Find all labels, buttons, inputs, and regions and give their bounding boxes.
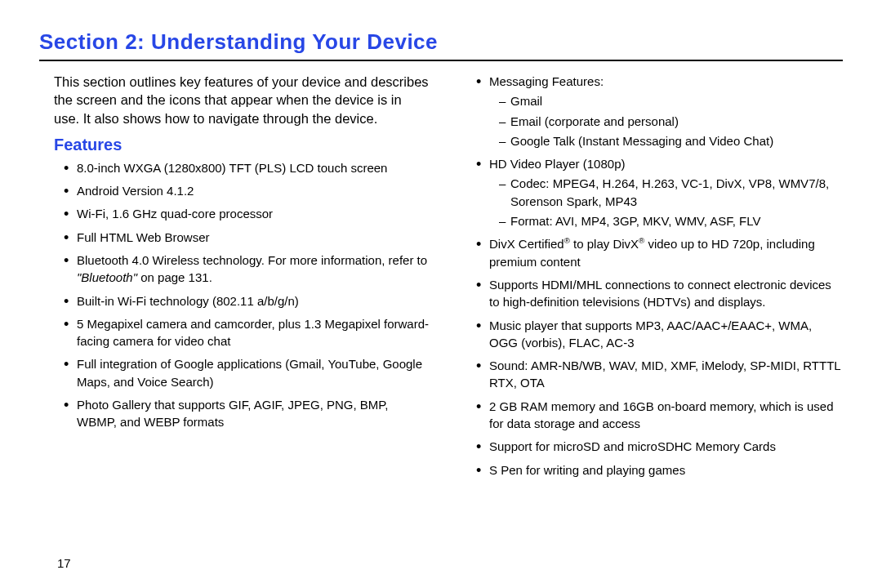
sub-item: Gmail [499,92,843,109]
feature-item: Support for microSD and microSDHC Memory… [479,438,843,455]
sub-item: Email (corporate and personal) [499,113,843,130]
features-list-left: 8.0-inch WXGA (1280x800) TFT (PLS) LCD t… [39,159,430,431]
feature-item: Bluetooth 4.0 Wireless technology. For m… [67,252,430,287]
messaging-head: Messaging Features: [489,74,604,88]
hd-head: HD Video Player (1080p) [489,157,625,171]
feature-item: Full integration of Google applications … [67,355,430,390]
feature-item: 8.0-inch WXGA (1280x800) TFT (PLS) LCD t… [67,159,430,176]
bluetooth-ref: "Bluetooth" [77,270,137,284]
page-number: 17 [57,556,71,570]
intro-text: This section outlines key features of yo… [39,73,430,127]
features-heading: Features [39,136,430,154]
text: DivX Certified [489,237,564,251]
feature-item: Built-in Wi-Fi technology (802.11 a/b/g/… [67,292,430,310]
feature-item: Music player that supports MP3, AAC/AAC+… [479,317,843,352]
text: on page 131. [137,270,212,284]
content-columns: This section outlines key features of yo… [39,73,843,484]
reg-mark: ® [564,236,570,245]
feature-item: Supports HDMI/MHL connections to connect… [479,276,843,311]
feature-item: DivX Certified® to play DivX® video up t… [479,235,843,270]
feature-item: Messaging Features: Gmail Email (corpora… [479,73,843,149]
left-column: This section outlines key features of yo… [39,73,430,484]
feature-item: 2 GB RAM memory and 16GB on-board memory… [479,398,843,433]
text: Bluetooth 4.0 Wireless technology. For m… [77,253,427,267]
feature-item: 5 Megapixel camera and camcorder, plus 1… [67,315,430,350]
hd-sublist: Codec: MPEG4, H.264, H.263, VC-1, DivX, … [489,175,843,229]
feature-item: S Pen for writing and playing games [479,461,843,479]
messaging-sublist: Gmail Email (corporate and personal) Goo… [489,92,843,149]
feature-item: Photo Gallery that supports GIF, AGIF, J… [67,396,430,431]
feature-item: Wi-Fi, 1.6 GHz quad-core processor [67,205,430,222]
features-list-right: Messaging Features: Gmail Email (corpora… [452,73,843,479]
feature-item: Sound: AMR-NB/WB, WAV, MID, XMF, iMelody… [479,357,843,392]
text: to play DivX [570,237,639,251]
right-column: Messaging Features: Gmail Email (corpora… [452,73,843,484]
feature-item: Full HTML Web Browser [67,229,430,246]
divider [39,60,843,61]
feature-item: HD Video Player (1080p) Codec: MPEG4, H.… [479,155,843,229]
sub-item: Format: AVI, MP4, 3GP, MKV, WMV, ASF, FL… [499,212,843,229]
sub-item: Codec: MPEG4, H.264, H.263, VC-1, DivX, … [499,175,843,210]
feature-item: Android Version 4.1.2 [67,182,430,199]
sub-item: Google Talk (Instant Messaging and Video… [499,132,843,149]
section-title: Section 2: Understanding Your Device [39,29,843,55]
